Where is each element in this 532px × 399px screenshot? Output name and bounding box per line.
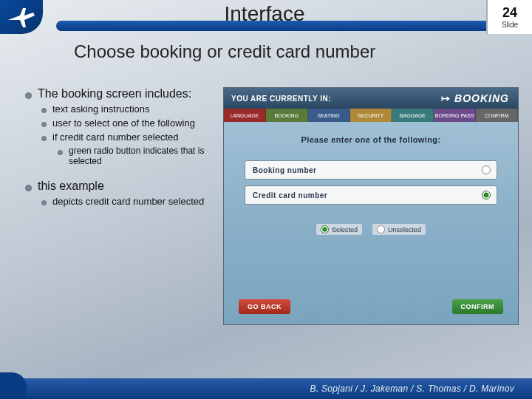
tab-security[interactable]: SECURITY xyxy=(350,109,392,122)
airplane-icon xyxy=(7,5,36,29)
legend-selected: Selected xyxy=(316,224,362,235)
bullet-icon xyxy=(41,136,47,141)
tab-confirm[interactable]: CONFIRM xyxy=(476,109,518,122)
bullet-icon xyxy=(25,92,32,99)
slide-number-box: 24 Slide xyxy=(486,0,532,34)
status-mode: BOOKING xyxy=(454,92,518,104)
slide-subtitle: Choose booking or credit card number xyxy=(74,41,375,62)
airplane-logo xyxy=(0,0,43,34)
mock-legend: Selected Unselected xyxy=(224,224,518,235)
slide: Interface 24 Slide Choose booking or cre… xyxy=(0,0,532,399)
legend-label: Selected xyxy=(332,226,358,233)
radio-selected-icon xyxy=(482,191,491,200)
go-back-button[interactable]: GO BACK xyxy=(239,299,290,314)
mock-buttons: GO BACK CONFIRM xyxy=(224,299,518,314)
status-prefix: YOU ARE CURRENTLY IN: xyxy=(224,95,338,103)
legend-label: Unselected xyxy=(388,226,421,233)
content-text: The booking screen includes: text asking… xyxy=(25,87,217,210)
radio-selected-icon xyxy=(321,225,329,233)
bullet-text: text asking instructions xyxy=(52,103,150,115)
bullet-icon xyxy=(25,185,32,191)
bullet-text: green radio button indicates that is sel… xyxy=(69,146,217,166)
tab-boarding[interactable]: BORDING PASS xyxy=(434,109,476,122)
mock-prompt: Please enter one of the following: xyxy=(224,122,518,154)
bullet-icon xyxy=(41,200,47,205)
bullet-level1: this example xyxy=(25,180,217,193)
tab-booking[interactable]: BOOKING xyxy=(266,109,308,122)
title-bar: Interface 24 Slide xyxy=(0,0,532,34)
tab-language[interactable]: LANGUAGE xyxy=(224,109,266,122)
radio-unselected-icon xyxy=(377,225,385,233)
bullet-text: this example xyxy=(38,180,104,193)
bullet-level2: text asking instructions xyxy=(41,103,217,115)
bullet-icon xyxy=(41,108,47,113)
bullet-level2: if credit card number selected xyxy=(41,132,217,143)
bullet-text: The booking screen includes: xyxy=(38,87,191,100)
bullet-level2: depicts credit card number selected xyxy=(41,196,217,207)
option-credit-card-number[interactable]: Credit card number xyxy=(245,185,497,205)
arrow-icon: ↦ xyxy=(441,92,455,104)
slide-number: 24 xyxy=(502,5,517,21)
tab-baggage[interactable]: BAGGAGE xyxy=(392,109,434,122)
bullet-text: if credit card number selected xyxy=(52,132,179,143)
bullet-icon xyxy=(41,122,47,127)
bullet-icon xyxy=(58,150,63,155)
mock-tabs: LANGUAGE BOOKING SEATING SECURITY BAGGAG… xyxy=(224,109,518,122)
title-strip: Interface xyxy=(43,0,486,34)
tab-seating[interactable]: SEATING xyxy=(308,109,350,122)
mock-status-bar: YOU ARE CURRENTLY IN: ↦ BOOKING xyxy=(224,88,518,109)
bullet-level1: The booking screen includes: xyxy=(25,87,217,100)
bullet-text: user to select one of the following xyxy=(52,117,195,129)
footer-authors: B. Sopjani / J. Jakeman / S. Thomas / D.… xyxy=(310,383,514,394)
confirm-button[interactable]: CONFIRM xyxy=(452,299,504,314)
bullet-text: depicts credit card number selected xyxy=(52,196,204,207)
option-label: Booking number xyxy=(253,166,316,174)
option-booking-number[interactable]: Booking number xyxy=(245,160,497,180)
option-label: Credit card number xyxy=(253,191,327,200)
footer-bar: B. Sopjani / J. Jakeman / S. Thomas / D.… xyxy=(0,378,532,399)
slide-number-label: Slide xyxy=(502,21,518,29)
slide-title: Interface xyxy=(225,2,305,26)
legend-unselected: Unselected xyxy=(372,224,426,235)
radio-unselected-icon xyxy=(482,166,491,174)
bullet-level3: green radio button indicates that is sel… xyxy=(58,146,217,166)
bullet-level2: user to select one of the following xyxy=(41,117,217,129)
booking-screen-mockup: YOU ARE CURRENTLY IN: ↦ BOOKING LANGUAGE… xyxy=(223,87,519,325)
